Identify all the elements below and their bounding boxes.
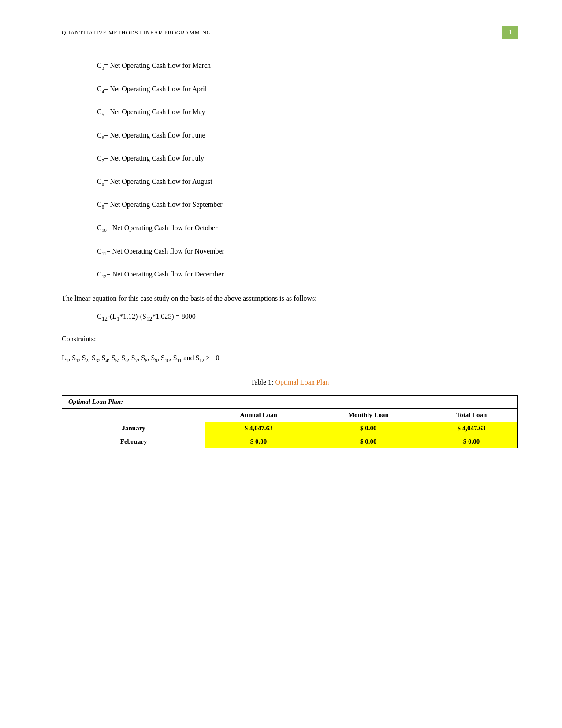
list-item: C10= Net Operating Cash flow for October xyxy=(97,223,518,234)
list-item: C4= Net Operating Cash flow for April xyxy=(97,84,518,95)
list-item: C7= Net Operating Cash flow for July xyxy=(97,153,518,164)
list-item: C3= Net Operating Cash flow for March xyxy=(97,61,518,72)
table-cell-january-monthly: $ 0.00 xyxy=(312,422,425,435)
table-header-row1: Optimal Loan Plan: xyxy=(62,395,518,408)
table-cell-february-total: $ 0.00 xyxy=(425,435,517,448)
table-col-annual-header: Annual Loan xyxy=(205,408,312,422)
table-cell-january-annual: $ 4,047.63 xyxy=(205,422,312,435)
table-empty-2 xyxy=(312,395,425,408)
constraints-label: Constraints: xyxy=(62,335,518,343)
table-cell-february-monthly: $ 0.00 xyxy=(312,435,425,448)
table-row-february: February $ 0.00 $ 0.00 $ 0.00 xyxy=(62,435,518,448)
list-item: C8= Net Operating Cash flow for August xyxy=(97,177,518,188)
list-item: C5= Net Operating Cash flow for May xyxy=(97,107,518,118)
table-row-january: January $ 4,047.63 $ 0.00 $ 4,047.63 xyxy=(62,422,518,435)
table-caption-plain: Table 1: xyxy=(251,378,275,386)
table-header-row2: Annual Loan Monthly Loan Total Loan xyxy=(62,408,518,422)
table-col-month-header xyxy=(62,408,205,422)
table-caption: Table 1: Optimal Loan Plan xyxy=(62,378,518,386)
list-item: C11= Net Operating Cash flow for Novembe… xyxy=(97,246,518,258)
page-title: QUANTITATIVE METHODS LINEAR PROGRAMMING xyxy=(62,29,211,36)
table-cell-february-annual: $ 0.00 xyxy=(205,435,312,448)
table-cell-january-label: January xyxy=(62,422,205,435)
table-optimal-label: Optimal Loan Plan: xyxy=(62,395,205,408)
page-number: 3 xyxy=(502,26,518,39)
list-item: C8= Net Operating Cash flow for Septembe… xyxy=(97,200,518,211)
page-header: QUANTITATIVE METHODS LINEAR PROGRAMMING … xyxy=(62,26,518,39)
table-col-monthly-header: Monthly Loan xyxy=(312,408,425,422)
list-item: C12= Net Operating Cash flow for Decembe… xyxy=(97,269,518,280)
variables-list: C3= Net Operating Cash flow for March C4… xyxy=(97,61,518,280)
table-cell-january-total: $ 4,047.63 xyxy=(425,422,517,435)
optimal-loan-table: Optimal Loan Plan: Annual Loan Monthly L… xyxy=(62,395,518,448)
constraints-vars: L1, S1, S2, S3, S4, S5, S6, S7, S8, S9, … xyxy=(62,352,518,365)
table-col-total-header: Total Loan xyxy=(425,408,517,422)
table-empty-1 xyxy=(205,395,312,408)
page: QUANTITATIVE METHODS LINEAR PROGRAMMING … xyxy=(0,0,562,728)
list-item: C6= Net Operating Cash flow for June xyxy=(97,131,518,142)
equation: C12-(L1*1.12)-(S12*1.025) = 8000 xyxy=(97,313,518,322)
intro-paragraph: The linear equation for this case study … xyxy=(62,293,518,304)
table-caption-colored: Optimal Loan Plan xyxy=(275,378,329,386)
table-empty-3 xyxy=(425,395,517,408)
table-cell-february-label: February xyxy=(62,435,205,448)
